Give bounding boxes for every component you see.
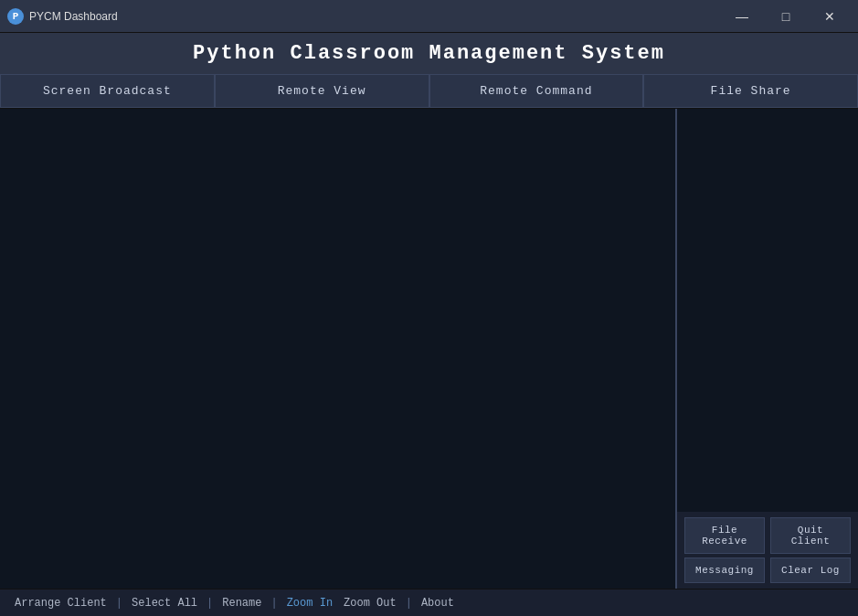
tab-screen-broadcast[interactable]: Screen Broadcast <box>0 74 215 108</box>
tab-bar: Screen Broadcast Remote View Remote Comm… <box>0 74 858 109</box>
title-bar-left: P PYCM Dashboard <box>7 8 118 25</box>
about-button[interactable]: About <box>416 597 460 610</box>
window-controls: — □ ✕ <box>721 3 851 30</box>
window-title: PYCM Dashboard <box>29 10 118 23</box>
minimize-button[interactable]: — <box>721 3 763 30</box>
sep4: | <box>402 597 416 610</box>
right-panel: File Receive Quit Client Messaging Clear… <box>677 109 858 589</box>
sep3: | <box>267 597 281 610</box>
rename-button[interactable]: Rename <box>217 597 267 610</box>
right-btn-row-2: Messaging Clear Log <box>684 558 851 583</box>
main-content: File Receive Quit Client Messaging Clear… <box>0 109 858 589</box>
title-bar: P PYCM Dashboard — □ ✕ <box>0 0 858 33</box>
sep1: | <box>112 597 126 610</box>
app-title: Python Classroom Management System <box>0 42 858 65</box>
tab-remote-command[interactable]: Remote Command <box>429 74 644 108</box>
sep2: | <box>203 597 217 610</box>
zoom-in-button[interactable]: Zoom In <box>281 597 338 610</box>
tab-file-share[interactable]: File Share <box>643 74 858 108</box>
maximize-button[interactable]: □ <box>765 3 807 30</box>
app-icon: P <box>7 8 24 25</box>
arrange-client-button[interactable]: Arrange Client <box>9 597 112 610</box>
right-btn-row-1: File Receive Quit Client <box>684 517 851 554</box>
zoom-out-button[interactable]: Zoom Out <box>338 597 402 610</box>
app-header: Python Classroom Management System <box>0 33 858 74</box>
select-all-button[interactable]: Select All <box>126 597 203 610</box>
right-panel-buttons: File Receive Quit Client Messaging Clear… <box>677 512 858 589</box>
quit-client-button[interactable]: Quit Client <box>770 517 851 554</box>
clear-log-button[interactable]: Clear Log <box>770 558 851 583</box>
app-icon-letter: P <box>13 11 19 22</box>
file-receive-button[interactable]: File Receive <box>684 517 765 554</box>
log-area <box>677 109 858 512</box>
status-bar: Arrange Client | Select All | Rename | Z… <box>0 589 858 616</box>
messaging-button[interactable]: Messaging <box>684 558 765 583</box>
tab-remote-view[interactable]: Remote View <box>215 74 429 108</box>
left-panel <box>0 109 677 589</box>
close-button[interactable]: ✕ <box>809 3 851 30</box>
